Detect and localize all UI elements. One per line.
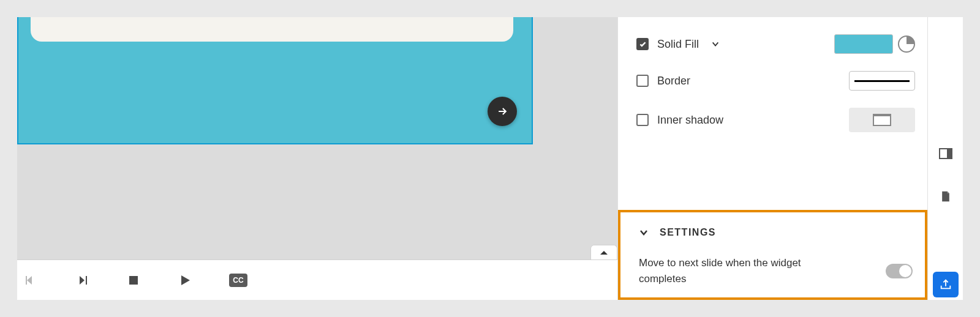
border-style-swatch[interactable] xyxy=(849,71,915,91)
properties-panel: Solid Fill Border Inner shadow xyxy=(617,17,927,300)
step-forward-icon xyxy=(75,273,89,288)
border-label: Border xyxy=(657,75,690,88)
settings-section: SETTINGS Move to next slide when the wid… xyxy=(618,210,927,300)
border-checkbox[interactable] xyxy=(636,75,649,87)
chevron-down-icon xyxy=(711,40,720,48)
svg-rect-0 xyxy=(129,276,138,285)
settings-title: SETTINGS xyxy=(660,227,716,238)
inner-shadow-swatch[interactable] xyxy=(849,108,915,132)
inner-shadow-label: Inner shadow xyxy=(657,114,723,127)
chevron-down-icon xyxy=(639,228,649,237)
svg-rect-2 xyxy=(947,149,952,158)
panel-icon-button[interactable] xyxy=(938,146,954,162)
arrow-right-icon xyxy=(496,105,508,117)
toggle-knob xyxy=(899,265,911,277)
share-button[interactable] xyxy=(933,272,959,297)
right-rail xyxy=(927,17,963,300)
border-line-preview xyxy=(854,80,910,82)
share-icon xyxy=(939,278,952,291)
chevron-up-icon xyxy=(600,250,608,256)
document-icon-button[interactable] xyxy=(938,188,954,204)
move-next-label: Move to next slide when the widget compl… xyxy=(639,255,847,286)
solid-fill-row: Solid Fill xyxy=(636,34,915,54)
stop-icon xyxy=(126,273,141,288)
panel-icon xyxy=(938,146,953,161)
border-row: Border xyxy=(636,71,915,91)
solid-fill-label: Solid Fill xyxy=(657,38,699,51)
fill-opacity-dial[interactable] xyxy=(898,35,915,53)
canvas-area[interactable]: CC xyxy=(17,17,617,300)
document-icon xyxy=(940,189,952,204)
check-icon xyxy=(639,40,647,48)
playback-bar: CC xyxy=(17,259,617,300)
fill-color-swatch[interactable] xyxy=(834,34,893,54)
step-forward-button[interactable] xyxy=(75,273,89,288)
step-back-icon xyxy=(23,273,38,288)
solid-fill-checkbox[interactable] xyxy=(636,38,649,50)
stop-button[interactable] xyxy=(126,273,141,288)
solid-fill-dropdown[interactable] xyxy=(711,40,720,48)
step-back-button[interactable] xyxy=(23,273,38,288)
slide-widget[interactable] xyxy=(17,17,533,144)
closed-captions-button[interactable]: CC xyxy=(229,274,247,287)
inner-shadow-row: Inner shadow xyxy=(636,108,915,132)
play-button[interactable] xyxy=(178,273,192,288)
shadow-preview-icon xyxy=(873,114,891,126)
play-icon xyxy=(178,273,192,288)
next-slide-button[interactable] xyxy=(488,97,517,126)
slide-content-card xyxy=(31,17,513,42)
timeline-expand-button[interactable] xyxy=(590,245,617,259)
settings-header[interactable]: SETTINGS xyxy=(639,227,913,238)
inner-shadow-checkbox[interactable] xyxy=(636,114,649,126)
move-next-toggle[interactable] xyxy=(886,264,913,278)
